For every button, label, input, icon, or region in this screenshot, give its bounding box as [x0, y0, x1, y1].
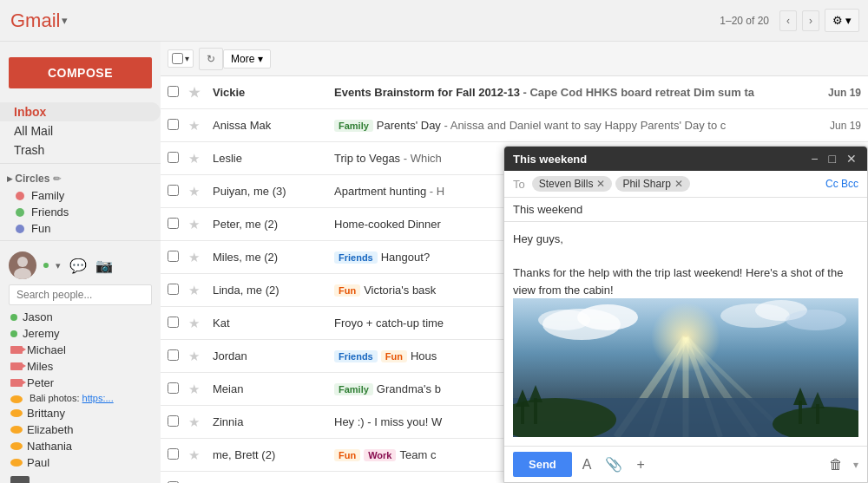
insert-link-icon[interactable]: +	[633, 455, 648, 474]
star-icon[interactable]: ★	[188, 447, 206, 463]
star-icon[interactable]: ★	[188, 184, 206, 199]
star-icon[interactable]: ★	[188, 382, 206, 397]
elizabeth-name: Elizabeth	[27, 423, 73, 436]
contact-item-miles[interactable]: Miles	[0, 358, 161, 375]
star-icon[interactable]: ★	[188, 316, 206, 331]
send-button[interactable]: Send	[513, 452, 572, 477]
gmail-dropdown-arrow[interactable]: ▾	[62, 14, 68, 27]
star-icon[interactable]: ★	[188, 85, 206, 101]
attach-file-icon[interactable]: 📎	[602, 454, 626, 474]
chat-icon[interactable]: 💬	[69, 258, 87, 274]
email-snippet: Events Brainstorm for Fall 2012-13 - Cap…	[334, 86, 818, 99]
gear-icon: ⚙	[832, 14, 843, 27]
email-checkbox[interactable]	[168, 415, 179, 427]
star-icon[interactable]: ★	[188, 118, 206, 134]
circles-header[interactable]: ▸ Circles ✏	[0, 167, 161, 187]
more-options-icon[interactable]: ▾	[853, 459, 858, 471]
jason-name: Jason	[23, 310, 53, 323]
email-checkbox[interactable]	[168, 382, 179, 394]
compose-subject-text: This weekend	[513, 203, 582, 216]
bali-link[interactable]: https:...	[82, 393, 114, 403]
star-icon[interactable]: ★	[188, 349, 206, 364]
star-icon[interactable]: ★	[188, 480, 206, 484]
search-people-input[interactable]	[9, 284, 152, 305]
circle-item-family[interactable]: Family	[0, 187, 161, 204]
delete-draft-icon[interactable]: 🗑	[829, 457, 843, 473]
email-checkbox[interactable]	[168, 317, 179, 328]
jeremy-name: Jeremy	[23, 327, 60, 340]
email-checkbox[interactable]	[168, 284, 179, 295]
main-area: COMPOSE Inbox All Mail Trash ▸ Circles ✏…	[0, 42, 868, 483]
video-chat-icon[interactable]: 📷	[95, 258, 113, 274]
star-icon[interactable]: ★	[188, 414, 206, 430]
maximize-compose-button[interactable]: □	[827, 152, 838, 166]
brittany-name: Brittany	[27, 407, 65, 420]
email-checkbox-cell	[168, 448, 185, 462]
close-compose-button[interactable]: ✕	[845, 152, 858, 166]
recipient-chip-phil: Phil Sharp ✕	[615, 176, 689, 192]
email-checkbox-cell	[168, 415, 185, 429]
star-icon[interactable]: ★	[188, 217, 206, 232]
contact-item-michael[interactable]: Michael	[0, 342, 161, 358]
contact-item-jason[interactable]: Jason	[0, 309, 161, 325]
nathania-name: Nathania	[27, 440, 72, 453]
email-checkbox[interactable]	[168, 119, 179, 130]
email-checkbox[interactable]	[168, 251, 179, 262]
contact-item-peter[interactable]: Peter	[0, 375, 161, 391]
email-checkbox[interactable]	[168, 185, 179, 196]
to-input[interactable]	[694, 178, 822, 191]
contact-item-elizabeth[interactable]: Elizabeth	[0, 421, 161, 438]
compose-window-title: This weekend	[513, 153, 809, 166]
circle-item-friends[interactable]: Friends	[0, 204, 161, 220]
compose-window: This weekend − □ ✕ To Steven Bills ✕ Phi…	[503, 146, 868, 483]
select-all-checkbox[interactable]: ▾	[168, 49, 194, 68]
friends-label: Friends	[31, 206, 69, 219]
email-subject: Hangout?	[381, 251, 430, 264]
prev-page-button[interactable]: ‹	[779, 10, 797, 31]
next-page-button[interactable]: ›	[802, 10, 819, 31]
email-checkbox[interactable]	[168, 152, 179, 163]
remove-phil-button[interactable]: ✕	[674, 178, 683, 190]
cc-bcc-link[interactable]: Cc Bcc	[825, 178, 858, 190]
contact-item-jeremy[interactable]: Jeremy	[0, 325, 161, 342]
email-checkbox[interactable]	[168, 86, 179, 97]
sidebar-item-trash[interactable]: Trash	[0, 140, 161, 160]
settings-button[interactable]: ⚙ ▾	[825, 9, 859, 32]
email-checkbox[interactable]	[168, 218, 179, 229]
contact-item-brittany[interactable]: Brittany	[0, 405, 161, 421]
minimize-compose-button[interactable]: −	[809, 152, 819, 166]
people-section: ▾ 💬 📷	[0, 245, 161, 309]
compose-button[interactable]: COMPOSE	[9, 57, 152, 88]
contact-item-nathania[interactable]: Nathania	[0, 438, 161, 454]
circle-item-fun[interactable]: Fun	[0, 220, 161, 237]
sidebar-item-all-mail[interactable]: All Mail	[0, 121, 161, 140]
gmail-logo[interactable]: Gmail ▾	[9, 10, 68, 32]
compose-to-row: To Steven Bills ✕ Phil Sharp ✕ Cc Bcc	[504, 171, 867, 198]
email-row[interactable]: ★ Anissa Mak FamilyParents' Day - Anissa…	[161, 109, 868, 142]
remove-steven-button[interactable]: ✕	[596, 178, 605, 190]
compose-header[interactable]: This weekend − □ ✕	[504, 147, 867, 171]
compose-body[interactable]: Hey guys, Thanks for the help with the t…	[504, 222, 867, 446]
sidebar-item-inbox[interactable]: Inbox	[0, 102, 161, 121]
more-button[interactable]: More ▾	[223, 49, 271, 69]
svg-point-7	[786, 310, 846, 330]
app-container: Gmail ▾ 1–20 of 20 ‹ › ⚙ ▾ COMPOSE Inbox…	[0, 0, 868, 483]
inbox-label: Inbox	[14, 105, 46, 119]
email-row[interactable]: ★ Vickie Events Brainstorm for Fall 2012…	[161, 76, 868, 109]
select-all-input[interactable]	[172, 53, 183, 64]
peter-name: Peter	[27, 376, 54, 389]
email-checkbox[interactable]	[168, 448, 179, 460]
email-checkbox-cell	[168, 317, 185, 330]
refresh-button[interactable]: ↻	[199, 48, 223, 70]
select-dropdown-arrow[interactable]: ▾	[185, 54, 189, 63]
to-label: To	[513, 178, 525, 191]
star-icon[interactable]: ★	[188, 250, 206, 265]
email-checkbox[interactable]	[168, 349, 179, 361]
star-icon[interactable]: ★	[188, 283, 206, 298]
format-text-icon[interactable]: A	[579, 455, 595, 474]
dropdown-icon[interactable]: ▾	[56, 260, 61, 271]
email-sender: Vickie	[213, 86, 334, 99]
email-checkbox-cell	[168, 152, 185, 166]
contact-item-paul[interactable]: Paul	[0, 454, 161, 471]
star-icon[interactable]: ★	[188, 151, 206, 166]
